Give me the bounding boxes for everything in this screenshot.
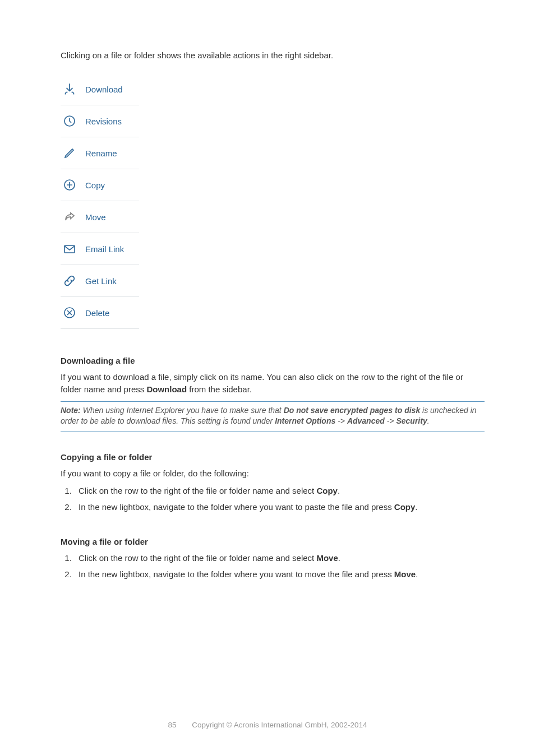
link-icon (62, 273, 77, 289)
copyright: Copyright © Acronis International GmbH, … (192, 721, 367, 729)
note-box: Note: When using Internet Explorer you h… (61, 401, 485, 432)
page-number: 85 (168, 721, 176, 729)
x-circle-icon (62, 305, 77, 321)
action-download[interactable]: Download (61, 73, 139, 105)
text: When using Internet Explorer you have to… (81, 406, 284, 415)
heading-copy: Copying a file or folder (61, 452, 485, 462)
list-item: Click on the row to the right of the fil… (74, 552, 485, 565)
action-label: Rename (85, 149, 117, 158)
action-label: Copy (85, 180, 105, 190)
text: In the new lightbox, navigate to the fol… (79, 569, 394, 579)
bold: Copy (316, 486, 338, 495)
action-label: Move (85, 212, 106, 222)
text: . (415, 502, 417, 512)
action-copy[interactable]: Copy (61, 169, 139, 201)
action-label: Email Link (85, 244, 124, 254)
text: . (338, 553, 340, 563)
text: . (427, 416, 430, 425)
bold: Move (316, 553, 338, 563)
pencil-icon (62, 145, 77, 161)
action-rename[interactable]: Rename (61, 137, 139, 169)
text: If you want to download a file, simply c… (61, 372, 463, 394)
bold: Move (394, 569, 416, 579)
download-body: If you want to download a file, simply c… (61, 371, 485, 396)
copy-lead: If you want to copy a file or folder, do… (61, 467, 485, 480)
list-item: In the new lightbox, navigate to the fol… (74, 568, 485, 581)
text: from the sidebar. (187, 384, 252, 394)
action-move[interactable]: Move (61, 201, 139, 233)
text: -> (335, 416, 347, 425)
plus-circle-icon (62, 177, 77, 193)
text: -> (385, 416, 396, 425)
action-get-link[interactable]: Get Link (61, 265, 139, 297)
list-item: In the new lightbox, navigate to the fol… (74, 501, 485, 514)
copy-steps: Click on the row to the right of the fil… (61, 485, 485, 513)
actions-sidebar: Download Revisions Rename (61, 73, 139, 329)
bold-download: Download (146, 384, 187, 394)
action-label: Get Link (85, 276, 117, 286)
action-label: Download (85, 85, 123, 94)
action-delete[interactable]: Delete (61, 297, 139, 329)
list-item: Click on the row to the right of the fil… (74, 485, 485, 498)
note-label: Note: (61, 406, 81, 415)
action-label: Delete (85, 308, 109, 318)
heading-move: Moving a file or folder (61, 537, 485, 546)
note-bold: Security (396, 416, 427, 425)
svg-rect-2 (64, 245, 75, 253)
download-icon (62, 81, 77, 97)
note-bold: Advanced (347, 416, 385, 425)
clock-icon (62, 113, 77, 129)
note-bold: Do not save encrypted pages to disk (284, 406, 421, 415)
page-footer: 85 Copyright © Acronis International Gmb… (0, 721, 535, 729)
move-steps: Click on the row to the right of the fil… (61, 552, 485, 581)
text: . (338, 486, 340, 495)
share-arrow-icon (62, 209, 77, 225)
heading-download: Downloading a file (61, 356, 485, 365)
envelope-icon (62, 241, 77, 257)
intro-text: Clicking on a file or folder shows the a… (61, 50, 485, 60)
action-label: Revisions (85, 117, 122, 126)
text: . (416, 569, 418, 579)
action-email-link[interactable]: Email Link (61, 233, 139, 265)
text: Click on the row to the right of the fil… (79, 486, 316, 495)
note-bold: Internet Options (275, 416, 335, 425)
bold: Copy (394, 502, 416, 512)
action-revisions[interactable]: Revisions (61, 105, 139, 137)
text: Click on the row to the right of the fil… (79, 553, 316, 563)
text: In the new lightbox, navigate to the fol… (79, 502, 394, 512)
